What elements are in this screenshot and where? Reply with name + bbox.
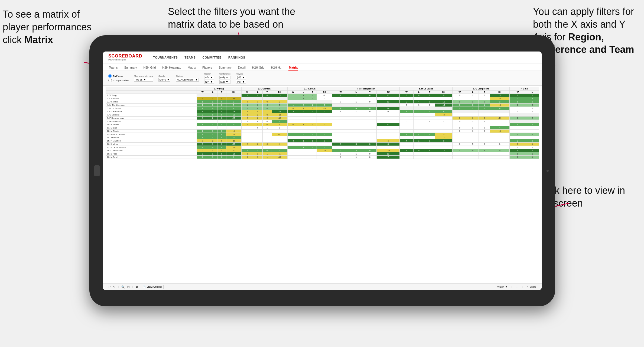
redo-icon[interactable]: ↪: [113, 285, 115, 288]
gender-select[interactable]: Men's ▼: [158, 78, 171, 82]
matrix-cell: 2: [197, 97, 208, 100]
matrix-cell: [317, 120, 332, 123]
settings-icon[interactable]: ⚙: [136, 285, 138, 288]
matrix-cell: 0: [413, 94, 424, 97]
tab-matrix-left[interactable]: Matrix: [187, 65, 196, 71]
matrix-cell: [317, 100, 332, 104]
zoom-icon[interactable]: 🔍: [121, 285, 125, 288]
nav-tournaments[interactable]: TOURNAMENTS: [153, 56, 178, 59]
share-btn[interactable]: ↗ Share: [526, 285, 536, 288]
matrix-cell: 0: [217, 104, 226, 107]
undo-icon[interactable]: ↩: [108, 285, 110, 288]
matrix-cell: -6: [226, 130, 241, 133]
tab-matrix-active[interactable]: Matrix: [288, 65, 298, 71]
matrix-cell: 3: [253, 156, 262, 159]
matrix-cell: 0: [217, 110, 226, 113]
matrix-cell: [241, 97, 253, 100]
nav-rankings[interactable]: RANKINGS: [228, 56, 245, 59]
tab-h2h-grid-2[interactable]: H2H Grid: [252, 65, 265, 71]
matrix-cell: 1: [197, 104, 208, 107]
matrix-cell: [467, 133, 479, 136]
max-players-select[interactable]: Top 25 ▼: [134, 78, 153, 82]
full-view-radio[interactable]: Full View: [108, 74, 129, 78]
matrix-cell: 1: [526, 152, 539, 156]
matrix-cell: [363, 136, 377, 139]
matrix-cell: 0: [363, 100, 377, 104]
home-button[interactable]: [94, 165, 100, 176]
matrix-cell: 0: [452, 94, 467, 97]
sh-w7: W: [509, 91, 526, 94]
tab-teams[interactable]: Teams: [108, 65, 118, 71]
tab-h2h-h[interactable]: H2H H...: [271, 65, 283, 71]
matrix-cell: [349, 117, 363, 120]
tab-summary[interactable]: Summary: [123, 65, 137, 71]
matrix-cell: 18: [226, 110, 241, 113]
conference-select-1[interactable]: (All) ▼: [219, 76, 230, 79]
matrix-cell: [332, 126, 349, 130]
conference-select-2[interactable]: (All) ▼: [219, 80, 230, 84]
matrix-cell: 0: [208, 107, 217, 110]
sh-l7: L: [526, 91, 539, 94]
matrix-cell: 13: [377, 100, 400, 104]
tab-h2h-heatmap[interactable]: H2H Heatmap: [162, 65, 182, 71]
view-original-btn[interactable]: 📄 View: Original: [141, 285, 164, 289]
compact-view-radio[interactable]: Compact View: [108, 79, 129, 82]
matrix-cell: 0: [490, 149, 510, 152]
matrix-container[interactable]: 1. W Ding 2. L Clanton 3. J Koivun 4. M …: [103, 86, 542, 283]
matrix-cell: [299, 156, 308, 159]
sh-dif2: Dif: [272, 91, 288, 94]
matrix-cell: [467, 156, 479, 159]
matrix-cell: [377, 126, 400, 130]
matrix-cell: 0: [253, 107, 262, 110]
conference-value-2: (All): [220, 81, 225, 83]
matrix-cell: [509, 107, 526, 110]
matrix-cell: [424, 130, 435, 133]
matrix-cell: 3: [490, 100, 510, 104]
table-row: 7. G Sargent20018220-16-3: [106, 113, 539, 117]
region-select-1[interactable]: N/A ▼: [204, 76, 214, 79]
players-select-1[interactable]: (All) ▼: [236, 76, 246, 79]
tab-players[interactable]: Players: [202, 65, 213, 71]
sh-l1: L: [208, 91, 217, 94]
matrix-cell: 1: [490, 120, 510, 123]
matrix-cell: [490, 110, 510, 113]
matrix-cell: [317, 117, 332, 120]
matrix-cell: 2: [413, 133, 424, 136]
fit-icon[interactable]: ⊡: [127, 285, 129, 288]
tab-summary-2[interactable]: Summary: [218, 65, 232, 71]
sh-t5: T: [424, 91, 435, 94]
players-select-2[interactable]: (All) ▼: [236, 80, 246, 84]
tab-detail[interactable]: Detail: [238, 65, 246, 71]
nav-committee[interactable]: COMMITTEE: [202, 56, 222, 59]
matrix-cell: [413, 123, 424, 126]
matrix-cell: [413, 156, 424, 159]
division-value: NCAA Division I: [177, 78, 194, 81]
nav-teams[interactable]: TEAMS: [184, 56, 196, 59]
fullscreen-btn[interactable]: ⛶: [516, 285, 518, 288]
matrix-cell: 2: [253, 117, 262, 120]
player-name-cell: 15. P Maichon: [106, 139, 197, 143]
region-select-2[interactable]: N/A ▼: [204, 80, 214, 84]
division-select[interactable]: NCAA Division I ▼: [176, 78, 199, 82]
matrix-cell: 0: [262, 123, 272, 126]
tab-h2h-grid[interactable]: H2H Grid: [143, 65, 156, 71]
matrix-cell: 2: [526, 94, 539, 97]
separator-4: |: [522, 285, 523, 288]
matrix-cell: 1: [467, 120, 479, 123]
matrix-cell: [400, 146, 414, 149]
watch-btn[interactable]: Watch ▼: [497, 285, 508, 288]
logo-subtitle: Powered by clippd: [108, 59, 142, 61]
matrix-cell: [490, 152, 510, 156]
matrix-cell: 0: [217, 156, 226, 159]
matrix-cell: [253, 146, 262, 149]
matrix-cell: 1: [349, 152, 363, 156]
full-view-input[interactable]: [108, 74, 112, 78]
compact-view-input[interactable]: [108, 79, 112, 82]
matrix-cell: [526, 136, 539, 139]
matrix-cell: 0: [299, 110, 308, 113]
table-row: 14. J Lundin11010-7: [106, 136, 539, 139]
matrix-cell: [467, 152, 479, 156]
players-value-2: (All): [237, 81, 241, 83]
player-name-cell: 13. J Skov Olesen: [106, 133, 197, 136]
sh-dif4: Dif: [377, 91, 400, 94]
